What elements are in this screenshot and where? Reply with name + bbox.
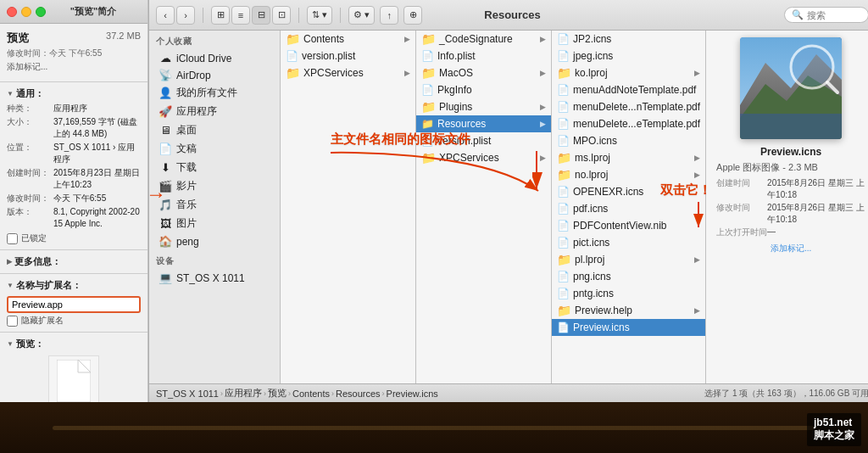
breadcrumb-file[interactable]: Preview.icns [387,389,438,399]
breadcrumb-preview[interactable]: 预览 [268,387,287,400]
allfiles-icon: 👤 [159,87,172,99]
list-view-button[interactable]: ≡ [231,6,250,25]
preview-opened-label: 上次打开时间 [716,226,767,238]
close-button[interactable] [7,7,17,17]
sidebar-item-airdrop[interactable]: 📡 AirDrop [152,67,277,83]
col2-plugins[interactable]: 📁 Plugins [416,98,551,115]
col3-ms[interactable]: 📁 ms.lproj [552,149,705,166]
hide-ext-checkbox[interactable]: 隐藏扩展名 [7,313,141,328]
col2-macos[interactable]: 📁 MacOS [416,64,551,81]
sidebar-item-icloud[interactable]: ☁ iCloud Drive [152,50,277,66]
col3-pdf[interactable]: 📄 pdf.icns [552,200,705,217]
sidebar-item-apps[interactable]: 🚀 应用程序 [152,103,277,120]
preview-add-label[interactable]: 添加标记... [771,243,811,254]
preview-created-row: 创建时间 2015年8月26日 星期三 上午10:18 [716,177,865,201]
col3-pict[interactable]: 📄 pict.icns [552,234,705,251]
sidebar-device-label: ST_OS X 1011 [176,272,245,284]
col3-help[interactable]: 📁 Preview.help [552,302,705,319]
col3-menuadd[interactable]: 📄 menuAddNoteTemplate.pdf [552,81,705,98]
breadcrumb-contents[interactable]: Contents [292,389,330,399]
name-section-title[interactable]: 名称与扩展名： [7,277,141,294]
folder-icon-no: 📁 [557,168,571,182]
detail-created-label: 创建时间： [7,167,53,191]
sidebar-item-desktop[interactable]: 🖥 桌面 [152,121,277,139]
home-icon: 🏠 [159,235,172,248]
more-info-title[interactable]: 更多信息： [7,254,141,270]
detail-modified: 修改时间： 今天 下午6:55 [7,192,141,205]
finder-window: ‹ › ⊞ ≡ ⊟ ⊡ ⇅ ▾ ⚙ ▾ ↑ ⊕ Resources 🔍 [148,0,868,402]
preview-section-title[interactable]: 预览： [7,336,141,352]
breadcrumb-apps[interactable]: 应用程序 [225,387,262,400]
col3-pdfcv[interactable]: 📄 PDFContentView.nib [552,217,705,234]
hide-ext-check[interactable] [7,316,18,327]
search-input[interactable] [807,10,866,20]
file-icon-menuadd: 📄 [557,84,570,96]
general-section-title[interactable]: 通用： [7,86,141,102]
sidebar-item-home[interactable]: 🏠 peng [152,233,277,249]
add-label-button[interactable]: 添加标记... [7,59,141,75]
maximize-button[interactable] [36,7,46,17]
col3-pl[interactable]: 📁 pl.lproj [552,251,705,268]
preview-modified-value: 2015年8月26日 星期三 上午10:18 [767,202,865,226]
col2-codesig[interactable]: 📁 _CodeSignature [416,31,551,48]
col3-menudel1[interactable]: 📄 menuDelete...nTemplate.pdf [552,98,705,115]
icon-view-button[interactable]: ⊞ [211,6,230,25]
file-icon-pict: 📄 [557,237,570,249]
col2-infoplist[interactable]: 📄 Info.plist [416,48,551,64]
folder-icon-xpc2: 📁 [421,151,436,165]
music-icon: 🎵 [159,199,172,211]
col3-previewicns[interactable]: 📄 Preview.icns [552,319,705,336]
sep4: › [331,389,334,398]
share-button[interactable]: ↑ [380,6,398,25]
col3-ko[interactable]: 📁 ko.lproj [552,64,705,81]
finder-column-1: 📁 Contents 📄 version.plist 📁 XPCServices [281,31,416,383]
col1-contents[interactable]: 📁 Contents [281,31,415,48]
col3-pntg[interactable]: 📄 pntg.icns [552,285,705,302]
coverflow-view-button[interactable]: ⊡ [272,6,291,25]
col3-help-label: Preview.help [575,305,632,316]
col2-xpc[interactable]: 📁 XPCServices [416,149,551,166]
locked-label: 已锁定 [21,232,47,244]
col3-png[interactable]: 📄 png.icns [552,268,705,285]
sidebar-airdrop-label: AirDrop [176,70,211,81]
back-button[interactable]: ‹ [156,6,175,25]
column-view-button[interactable]: ⊟ [252,6,270,25]
col1-xpc-label: XPCServices [303,67,364,79]
folder-icon: 📁 [286,32,300,46]
sidebar-item-music[interactable]: 🎵 音乐 [152,196,277,214]
info-panel: "预览"简介 37.2 MB 预览 修改时间：今天 下午6:55 添加标记...… [0,0,148,402]
locked-check[interactable] [7,233,18,244]
col2-pkginfo[interactable]: 📄 PkgInfo [416,81,551,98]
nav-buttons: ‹ › [156,6,195,25]
sidebar-item-allfiles[interactable]: 👤 我的所有文件 [152,84,277,102]
file-icon-openexr: 📄 [557,186,570,198]
col3-jp2[interactable]: 📄 JP2.icns [552,31,705,48]
col3-openexr[interactable]: 📄 OPENEXR.icns [552,183,705,200]
col2-resources[interactable]: 📁 Resources [416,115,551,132]
breadcrumb-st[interactable]: ST_OS X 1011 [156,389,219,399]
sidebar-item-photos[interactable]: 🖼 图片 [152,215,277,232]
col3-jpeg[interactable]: 📄 jpeg.icns [552,48,705,64]
col3-menudel2[interactable]: 📄 menuDelete...eTemplate.pdf [552,115,705,132]
locked-checkbox[interactable]: 已锁定 [7,231,141,246]
favorites-header: 个人收藏 [149,31,280,49]
col1-xpc[interactable]: 📁 XPCServices [281,64,415,81]
sidebar-item-device[interactable]: 💻 ST_OS X 1011 [152,270,277,286]
arrange-button[interactable]: ⇅ ▾ [307,6,332,25]
col2-version[interactable]: 📄 version.plist [416,132,551,149]
breadcrumb-resources[interactable]: Resources [336,389,381,399]
sidebar-item-downloads[interactable]: ⬇ 下载 [152,159,277,176]
col1-versionplist[interactable]: 📄 version.plist [281,48,415,64]
sidebar-item-movies[interactable]: 🎬 影片 [152,177,277,195]
detail-size: 大小： 37,169,559 字节 (磁盘上的 44.8 MB) [7,115,141,141]
preview-image [740,37,842,139]
col1-versionplist-label: version.plist [302,50,355,62]
action-button[interactable]: ⚙ ▾ [348,6,375,25]
forward-button[interactable]: › [176,6,195,25]
name-input[interactable] [7,296,141,313]
col3-no[interactable]: 📁 no.lproj [552,166,705,183]
col3-mpo[interactable]: 📄 MPO.icns [552,132,705,149]
sidebar-item-docs[interactable]: 📄 文稿 [152,140,277,158]
edit-tags-button[interactable]: ⊕ [403,6,422,25]
minimize-button[interactable] [21,7,31,17]
